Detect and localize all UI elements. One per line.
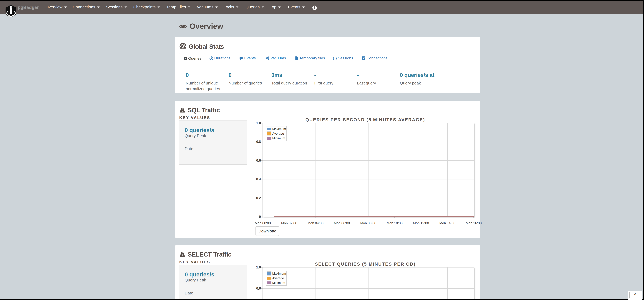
svg-text:?: ? [184, 57, 186, 60]
